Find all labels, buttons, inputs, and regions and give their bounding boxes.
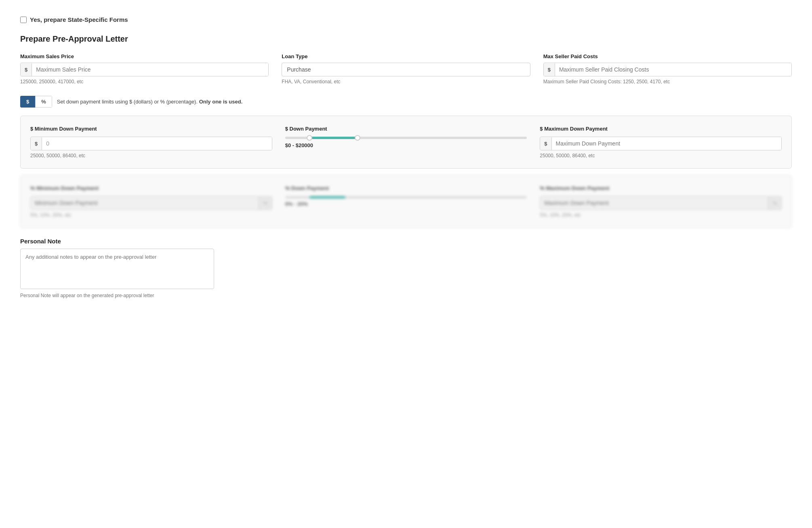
dollar-min-dp-input[interactable] bbox=[42, 137, 271, 150]
dollar-dp-slider-value: $0 - $20000 bbox=[285, 142, 527, 148]
percent-max-dp-hint: 5%, 10%, 20%, etc bbox=[540, 212, 782, 218]
dollar-toggle-button[interactable]: $ bbox=[20, 96, 35, 108]
max-sales-price-label: Maximum Sales Price bbox=[20, 53, 269, 59]
max-sales-price-hint: 125000, 250000, 417000, etc bbox=[20, 79, 269, 84]
max-seller-paid-label: Max Seller Paid Costs bbox=[543, 53, 792, 59]
max-seller-paid-input[interactable] bbox=[555, 63, 791, 76]
dollar-min-dp-hint: 25000, 50000, 86400, etc bbox=[30, 153, 272, 158]
percent-max-dp-suffix: % bbox=[768, 197, 781, 209]
dollar-min-dp-prefix: $ bbox=[31, 137, 42, 150]
section-title: Prepare Pre-Approval Letter bbox=[20, 34, 792, 44]
percent-dp-slider-track bbox=[285, 196, 527, 199]
max-sales-price-input-wrapper: $ bbox=[20, 63, 269, 76]
percent-dp-grid: % Minimum Down Payment % 5%, 10%, 20%, e… bbox=[30, 185, 782, 218]
personal-note-section: Personal Note Personal Note will appear … bbox=[20, 238, 792, 298]
percent-max-dp-title: % Maximum Down Payment bbox=[540, 185, 782, 191]
percent-dp-slider-title: % Down Payment bbox=[285, 185, 527, 191]
max-sales-price-prefix: $ bbox=[21, 63, 32, 76]
dollar-dp-grid: $ Minimum Down Payment $ 25000, 50000, 8… bbox=[30, 126, 782, 158]
percent-max-dp-input bbox=[540, 196, 768, 209]
dollar-dp-slider-container[interactable] bbox=[285, 137, 527, 139]
toggle-description-bold: Only one is used. bbox=[199, 99, 243, 105]
dollar-max-dp-prefix: $ bbox=[540, 137, 551, 150]
personal-note-textarea[interactable] bbox=[20, 249, 214, 289]
max-sales-price-group: Maximum Sales Price $ 125000, 250000, 41… bbox=[20, 53, 269, 84]
toggle-buttons: $ % bbox=[20, 96, 52, 108]
max-sales-price-input[interactable] bbox=[32, 63, 268, 76]
dollar-dp-slider-track bbox=[285, 137, 527, 139]
dollar-min-dp-group: $ Minimum Down Payment $ 25000, 50000, 8… bbox=[30, 126, 272, 158]
percent-down-payment-section: % Minimum Down Payment % 5%, 10%, 20%, e… bbox=[20, 175, 792, 228]
dollar-max-dp-group: $ Maximum Down Payment $ 25000, 50000, 8… bbox=[540, 126, 782, 158]
percent-max-dp-group: % Maximum Down Payment % 5%, 10%, 20%, e… bbox=[540, 185, 782, 218]
loan-type-label: Loan Type bbox=[282, 53, 530, 59]
dollar-down-payment-section: $ Minimum Down Payment $ 25000, 50000, 8… bbox=[20, 116, 792, 169]
percent-min-dp-suffix: % bbox=[259, 197, 272, 209]
percent-dp-slider-value: 0% - 20% bbox=[285, 201, 527, 207]
percent-min-dp-group: % Minimum Down Payment % 5%, 10%, 20%, e… bbox=[30, 185, 272, 218]
dollar-dp-slider-title: $ Down Payment bbox=[285, 126, 527, 132]
personal-note-title: Personal Note bbox=[20, 238, 792, 245]
percent-max-dp-input-wrapper: % bbox=[540, 196, 782, 210]
percent-min-dp-title: % Minimum Down Payment bbox=[30, 185, 272, 191]
toggle-description-text: Set down payment limits using $ (dollars… bbox=[57, 99, 198, 105]
toggle-description: Set down payment limits using $ (dollars… bbox=[57, 99, 243, 105]
dollar-dp-slider-handle-right[interactable] bbox=[355, 135, 360, 141]
max-seller-paid-hint: Maximum Seller Paid Closing Costs: 1250,… bbox=[543, 79, 792, 84]
max-seller-paid-input-wrapper: $ bbox=[543, 63, 792, 76]
loan-type-hint: FHA, VA, Conventional, etc bbox=[282, 79, 530, 84]
dollar-max-dp-input[interactable] bbox=[552, 137, 781, 150]
state-forms-label: Yes, prepare State-Specific Forms bbox=[30, 16, 128, 23]
percent-min-dp-input-wrapper: % bbox=[30, 196, 272, 210]
dollar-min-dp-title: $ Minimum Down Payment bbox=[30, 126, 272, 132]
personal-note-hint: Personal Note will appear on the generat… bbox=[20, 293, 792, 298]
loan-type-input[interactable] bbox=[282, 63, 530, 76]
max-seller-paid-prefix: $ bbox=[544, 63, 555, 76]
dollar-dp-slider-handle-left[interactable] bbox=[307, 135, 312, 141]
dollar-min-dp-input-wrapper: $ bbox=[30, 137, 272, 150]
max-seller-paid-group: Max Seller Paid Costs $ Maximum Seller P… bbox=[543, 53, 792, 84]
state-forms-checkbox[interactable] bbox=[20, 17, 27, 23]
dollar-dp-slider-group: $ Down Payment $0 - $20000 bbox=[285, 126, 527, 158]
percent-min-dp-input bbox=[31, 196, 259, 209]
state-forms-row: Yes, prepare State-Specific Forms bbox=[20, 16, 792, 23]
dollar-max-dp-input-wrapper: $ bbox=[540, 137, 782, 150]
loan-type-group: Loan Type FHA, VA, Conventional, etc bbox=[282, 53, 530, 84]
dollar-max-dp-hint: 25000, 50000, 86400, etc bbox=[540, 153, 782, 158]
top-fields-row: Maximum Sales Price $ 125000, 250000, 41… bbox=[20, 53, 792, 84]
percent-toggle-button[interactable]: % bbox=[35, 96, 52, 108]
dollar-max-dp-title: $ Maximum Down Payment bbox=[540, 126, 782, 132]
dollar-percent-toggle-row: $ % Set down payment limits using $ (dol… bbox=[20, 96, 792, 108]
percent-dp-slider-group: % Down Payment 0% - 20% bbox=[285, 185, 527, 218]
dollar-dp-slider-fill bbox=[309, 137, 358, 139]
percent-min-dp-hint: 5%, 10%, 20%, etc bbox=[30, 212, 272, 218]
percent-dp-slider-fill bbox=[309, 196, 346, 199]
